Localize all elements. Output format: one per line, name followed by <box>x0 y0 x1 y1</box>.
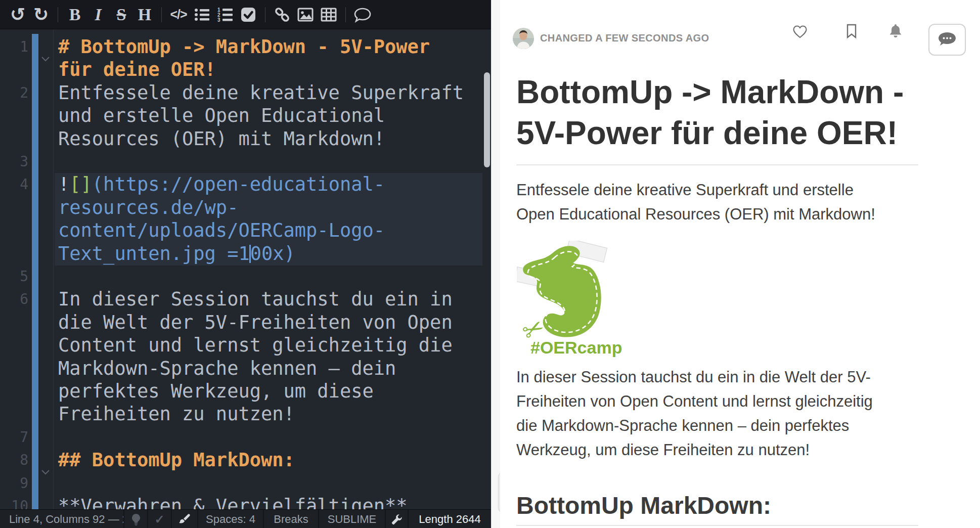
editor-row[interactable]: 1# BottomUp -> MarkDown - 5V-Power <box>0 35 491 59</box>
code-line[interactable]: **Verwahren & Vervielfältigen** <box>55 495 482 509</box>
code-segment: # BottomUp -> MarkDown - 5V-Power <box>58 36 430 58</box>
code-icon[interactable]: </> <box>167 0 190 29</box>
editor-row[interactable]: Resources (OER) mit Markdown! <box>0 127 491 151</box>
code-line[interactable] <box>55 426 482 449</box>
link-icon[interactable] <box>271 0 294 29</box>
image-icon[interactable] <box>294 0 317 29</box>
comments-button[interactable] <box>928 24 966 56</box>
numbered-list-icon[interactable]: 1 2 3 <box>213 0 237 29</box>
code-line[interactable]: resources.de/wp- <box>55 196 482 219</box>
code-segment: für deine OER! <box>58 59 216 80</box>
table-icon[interactable] <box>317 0 340 29</box>
section-heading: BottomUp MarkDown: <box>516 492 771 519</box>
editor-row[interactable]: perfektes Werkzeug, um diese <box>0 380 491 403</box>
code-line[interactable]: In dieser Session tauchst du ein in <box>55 288 482 311</box>
code-line[interactable]: Resources (OER) mit Markdown! <box>55 127 482 151</box>
editor-row[interactable]: 2Entfessele deine kreative Superkraft <box>0 81 491 105</box>
heading-icon[interactable]: H <box>133 0 156 29</box>
wrench-icon[interactable] <box>386 510 409 528</box>
code-segment: Text_unten.jpg =1 <box>58 243 250 265</box>
checklist-icon[interactable] <box>237 0 260 29</box>
logo-caption: #OERcamp <box>530 338 622 358</box>
avatar[interactable] <box>513 28 534 49</box>
keymap-setting[interactable]: SUBLIME <box>319 510 386 528</box>
code-line[interactable] <box>55 472 482 495</box>
code-segment: [] <box>69 173 92 195</box>
code-line[interactable] <box>55 150 482 173</box>
bell-icon[interactable] <box>888 23 903 41</box>
toolbar-separator <box>58 7 58 22</box>
editor-row[interactable]: 3 <box>0 150 491 173</box>
strikethrough-icon[interactable]: S <box>110 0 133 29</box>
toolbar-separator <box>161 7 162 22</box>
editor-row[interactable]: und erstelle Open Educational <box>0 104 491 127</box>
brush-icon[interactable] <box>172 510 198 528</box>
italic-icon[interactable]: I <box>86 0 110 29</box>
editor-row[interactable]: 6In dieser Session tauchst du ein in <box>0 288 491 311</box>
code-line[interactable]: und erstelle Open Educational <box>55 104 482 127</box>
code-line[interactable]: # BottomUp -> MarkDown - 5V-Power <box>55 35 482 59</box>
code-segment: und erstelle Open Educational <box>58 105 385 126</box>
line-number: 2 <box>0 81 28 105</box>
editor-row[interactable]: Markdown-Sprache kennen – dein <box>0 357 491 380</box>
heart-icon[interactable] <box>792 25 808 41</box>
editor-row[interactable]: content/uploads/OERCamp-Logo- <box>0 219 491 242</box>
line-number: 6 <box>0 288 28 311</box>
oercamp-logo-image: ✂ <box>517 241 618 342</box>
svg-text:3: 3 <box>217 17 220 22</box>
editor-row[interactable]: Freiheiten zu nutzen! <box>0 403 491 426</box>
editor-row[interactable]: für deine OER! <box>0 58 491 81</box>
editor-statusbar: Line 4, Columns 92 — 21 ✓ Spaces: 4 Brea… <box>0 509 491 528</box>
code-line[interactable]: content/uploads/OERCamp-Logo- <box>55 219 482 242</box>
editor-row[interactable]: Content und lernst gleichzeitig die <box>0 334 491 357</box>
document-title: BottomUp -> MarkDown - 5V-Power für dein… <box>516 72 904 154</box>
code-segment: content/uploads/OERCamp-Logo- <box>58 219 385 241</box>
bullet-list-icon[interactable] <box>190 0 213 29</box>
editor-row[interactable]: resources.de/wp- <box>0 196 491 219</box>
code-line[interactable]: Content und lernst gleichzeitig die <box>55 334 482 357</box>
editor-row[interactable]: die Welt der 5V-Freiheiten von Open <box>0 311 491 334</box>
line-number: 1 <box>0 35 28 59</box>
editor-row[interactable]: 7 <box>0 426 491 449</box>
code-segment: perfektes Werkzeug, um diese <box>58 380 374 402</box>
code-line[interactable]: ![](https://open-educational- <box>55 173 482 196</box>
app-window: ↺ ↻ B I S H </> 1 2 3 <box>0 0 980 528</box>
code-segment: die Welt der 5V-Freiheiten von Open <box>58 312 453 333</box>
editor-row[interactable]: 10**Verwahren & Vervielfältigen** <box>0 495 491 509</box>
code-segment: resources.de/wp- <box>58 197 238 218</box>
comment-bubble-icon <box>938 31 957 49</box>
code-line[interactable]: Freiheiten zu nutzen! <box>55 403 482 426</box>
code-line[interactable]: für deine OER! <box>55 58 482 81</box>
code-line[interactable]: Markdown-Sprache kennen – dein <box>55 357 482 380</box>
line-number: 9 <box>0 472 28 495</box>
document-length-status: Length 2644 <box>409 510 491 528</box>
code-line[interactable]: Entfessele deine kreative Superkraft <box>55 81 482 105</box>
comment-icon[interactable] <box>351 0 374 29</box>
editor-row[interactable]: Text_unten.jpg =100x) <box>0 242 491 266</box>
lightbulb-icon[interactable] <box>124 510 148 528</box>
spaces-setting[interactable]: Spaces: 4 <box>198 510 264 528</box>
toolbar-separator <box>345 7 346 22</box>
editor-row[interactable]: 4![](https://open-educational- <box>0 173 491 196</box>
code-line[interactable]: die Welt der 5V-Freiheiten von Open <box>55 311 482 334</box>
code-line[interactable]: perfektes Werkzeug, um diese <box>55 380 482 403</box>
redo-icon[interactable]: ↻ <box>29 0 53 29</box>
editor-row[interactable]: 9 <box>0 472 491 495</box>
editor-row[interactable]: 5 <box>0 265 491 288</box>
bold-icon[interactable]: B <box>63 0 86 29</box>
check-icon[interactable]: ✓ <box>148 510 172 528</box>
code-segment: 00x) <box>250 243 295 265</box>
code-segment: Markdown-Sprache kennen – dein <box>58 358 396 379</box>
code-line[interactable] <box>55 265 482 288</box>
markdown-editor-pane: ↺ ↻ B I S H </> 1 2 3 <box>0 0 491 528</box>
pane-divider[interactable] <box>491 0 500 528</box>
code-editor[interactable]: 1# BottomUp -> MarkDown - 5V-Powerfür de… <box>0 30 491 509</box>
code-line[interactable]: ## BottomUp MarkDown: <box>55 449 482 472</box>
editor-row[interactable]: 8## BottomUp MarkDown: <box>0 449 491 472</box>
linebreaks-setting[interactable]: Breaks <box>264 510 319 528</box>
editor-scrollbar[interactable] <box>484 72 490 167</box>
code-line[interactable]: Text_unten.jpg =100x) <box>55 242 482 266</box>
line-number: 4 <box>0 173 28 196</box>
undo-icon[interactable]: ↺ <box>6 0 29 29</box>
bookmark-icon[interactable] <box>846 24 857 41</box>
